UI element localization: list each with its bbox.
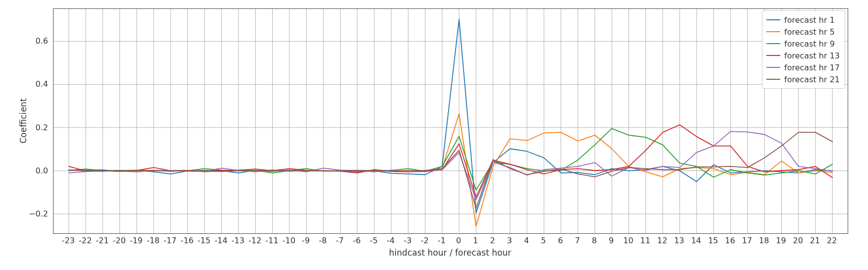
x-tick-label: -18 <box>147 236 160 245</box>
legend-swatch <box>766 79 780 80</box>
x-tick-label: 0 <box>456 236 461 245</box>
figure: Coefficient hindcast hour / forecast hou… <box>0 0 868 270</box>
x-tick-label: -2 <box>421 236 429 245</box>
x-tick-label: -8 <box>319 236 327 245</box>
x-tick-label: 8 <box>592 236 597 245</box>
x-tick-label: 12 <box>657 236 667 245</box>
legend-row: forecast hr 1 <box>766 14 840 26</box>
plot-svg <box>54 9 848 233</box>
legend-label: forecast hr 21 <box>784 75 840 84</box>
x-tick-label: 3 <box>507 236 512 245</box>
x-tick-label: -7 <box>336 236 344 245</box>
y-tick-label: 0.2 <box>36 122 48 132</box>
legend-swatch <box>766 43 780 44</box>
x-tick-label: -5 <box>370 236 378 245</box>
gridlines <box>54 9 848 233</box>
x-tick-label: -3 <box>404 236 411 245</box>
legend-swatch <box>766 67 780 68</box>
legend-label: forecast hr 17 <box>784 63 840 72</box>
legend-row: forecast hr 5 <box>766 26 840 38</box>
y-tick-label: −0.2 <box>29 209 48 218</box>
y-tick-label: 0.0 <box>36 165 48 175</box>
x-tick-label: -22 <box>79 236 92 245</box>
legend-label: forecast hr 1 <box>784 15 835 25</box>
y-tick-label: 0.6 <box>36 36 48 46</box>
legend: forecast hr 1forecast hr 5forecast hr 9f… <box>762 10 845 89</box>
x-tick-label: -6 <box>353 236 361 245</box>
legend-label: forecast hr 9 <box>784 39 835 49</box>
x-axis-label: hindcast hour / forecast hour <box>389 248 511 258</box>
x-tick-label: 6 <box>558 236 563 245</box>
x-tick-label: -23 <box>62 236 75 245</box>
x-tick-label: -1 <box>438 236 446 245</box>
plot-area <box>53 8 848 234</box>
x-tick-label: -10 <box>283 236 295 245</box>
x-tick-label: -21 <box>96 236 109 245</box>
legend-row: forecast hr 17 <box>766 61 840 73</box>
x-tick-label: -17 <box>164 236 176 245</box>
x-tick-label: 5 <box>541 236 546 245</box>
x-tick-label: 4 <box>524 236 529 245</box>
legend-row: forecast hr 9 <box>766 38 840 50</box>
x-tick-label: 13 <box>674 236 684 245</box>
series-group <box>69 19 832 226</box>
legend-swatch <box>766 55 780 56</box>
legend-row: forecast hr 21 <box>766 73 840 85</box>
series-line-0 <box>69 19 832 213</box>
x-tick-label: 22 <box>827 236 837 245</box>
x-tick-label: 1 <box>473 236 478 245</box>
x-tick-label: 11 <box>640 236 650 245</box>
x-tick-label: 2 <box>490 236 495 245</box>
x-tick-label: 14 <box>691 236 701 245</box>
x-tick-label: -14 <box>215 236 228 245</box>
legend-row: forecast hr 13 <box>766 50 840 61</box>
x-tick-label: -16 <box>180 236 193 245</box>
x-tick-label: -9 <box>302 236 310 245</box>
x-tick-label: -12 <box>248 236 261 245</box>
x-tick-label: -15 <box>198 236 211 245</box>
x-tick-label: -13 <box>231 236 244 245</box>
x-tick-label: 7 <box>575 236 580 245</box>
x-tick-label: 9 <box>609 236 614 245</box>
x-tick-label: 19 <box>776 236 786 245</box>
x-tick-label: 21 <box>810 236 820 245</box>
y-axis-label: Coefficient <box>18 98 28 143</box>
legend-swatch <box>766 31 780 32</box>
legend-label: forecast hr 13 <box>784 51 840 60</box>
x-tick-label: 20 <box>793 236 803 245</box>
x-tick-label: 17 <box>742 236 752 245</box>
legend-label: forecast hr 5 <box>784 27 835 37</box>
x-tick-label: -11 <box>265 236 278 245</box>
series-line-1 <box>69 113 832 226</box>
x-tick-label: -4 <box>387 236 395 245</box>
legend-swatch <box>766 19 780 20</box>
x-tick-label: 18 <box>759 236 769 245</box>
y-tick-label: 0.4 <box>36 79 48 89</box>
x-tick-label: 15 <box>708 236 718 245</box>
x-tick-label: 10 <box>623 236 633 245</box>
x-tick-label: -19 <box>130 236 143 245</box>
x-tick-label: 16 <box>725 236 735 245</box>
x-tick-label: -20 <box>113 236 125 245</box>
